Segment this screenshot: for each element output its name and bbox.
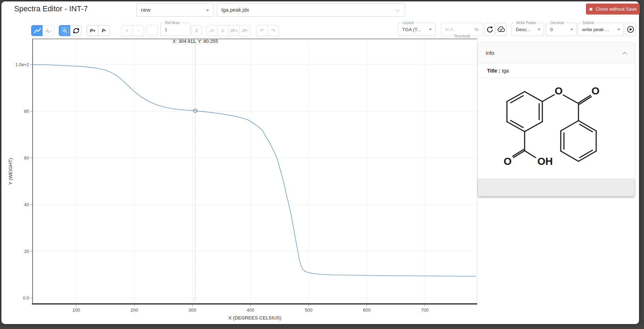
y-tick-label: 80 [24, 109, 29, 114]
molecule-structure: O O O OH [495, 79, 608, 167]
sample-title-value: tga [502, 68, 509, 74]
y-tick-label: 40 [24, 202, 29, 207]
layout-label: Layout [401, 21, 415, 25]
tga-chart[interactable]: 1002003004005006007000.0204060801.0e+2X … [1, 34, 478, 323]
write-peaks-select[interactable]: Write Peaks Desc... [512, 23, 544, 36]
threshold-input[interactable] [441, 27, 465, 33]
page-title: Spectra Editor - INT-7 [14, 5, 88, 13]
chevron-down-icon [570, 29, 573, 30]
y-tick-label: 60 [24, 156, 29, 161]
x-tick-label: 300 [188, 307, 196, 313]
submit-run-button[interactable] [625, 23, 636, 36]
tga-curve [33, 65, 476, 276]
decimal-value: 0 [546, 27, 568, 32]
refresh-icon [486, 26, 493, 33]
y-tick-label: 0.0 [23, 296, 29, 301]
submit-value: write peak ... [578, 27, 615, 32]
cloud-save-button[interactable] [496, 23, 507, 36]
layout-value: TGA (T... [398, 27, 427, 32]
atom-label-O-acid: O [504, 156, 512, 167]
close-without-save-button[interactable]: ✖ Close without Save [586, 4, 640, 15]
submit-label: Submit [581, 21, 595, 25]
write-peaks-value: Desc... [512, 27, 536, 32]
chevron-down-icon [538, 29, 541, 30]
sample-title-row: Title : tga [478, 63, 635, 78]
x-tick-label: 400 [247, 307, 254, 313]
close-button-label: Close without Save [596, 6, 637, 12]
x-tick-label: 200 [130, 307, 138, 313]
info-panel-header[interactable]: Info [478, 43, 635, 63]
molecule-area: O O O OH [478, 78, 635, 179]
x-tick-label: 500 [305, 307, 312, 313]
refresh-button[interactable] [484, 23, 495, 36]
line-chart-icon [33, 27, 41, 35]
reset-cycle-icon [72, 27, 80, 35]
atom-label-OH: OH [537, 156, 553, 167]
decimal-select[interactable]: Decimal 0 [546, 23, 577, 36]
file-select[interactable]: tga.peak.jdx [217, 3, 405, 17]
file-select-value: tga.peak.jdx [217, 7, 249, 13]
y-tick-label: 20 [24, 249, 29, 254]
ref-area-label: Ref Area [164, 21, 181, 25]
y-axis-label: Y (WEIGHT) [8, 158, 13, 185]
percent-suffix: % [474, 27, 479, 32]
sample-title-label: Title : [487, 68, 500, 74]
cloud-check-icon [497, 26, 506, 33]
y-tick-label: 1.0e+2 [15, 62, 29, 67]
close-icon: ✖ [589, 6, 593, 12]
info-panel-title: Info [486, 50, 494, 56]
submit-select[interactable]: Submit write peak ... [578, 23, 624, 36]
info-panel-footer [478, 179, 635, 196]
zoom-in-icon [61, 27, 69, 35]
play-icon [627, 25, 634, 33]
chevron-down-icon [395, 9, 400, 12]
undo-icon: ↶ [260, 28, 264, 33]
chevron-up-icon [622, 52, 627, 54]
spectra-editor-window: Spectra Editor - INT-7 new tga.peak.jdx … [1, 1, 639, 324]
write-peaks-label: Write Peaks [515, 21, 537, 25]
decimal-label: Decimal [549, 21, 565, 25]
atom-label-O-ester: O [555, 85, 563, 97]
dataset-select[interactable]: new [136, 3, 214, 17]
a-check-icon: A [44, 27, 53, 35]
x-tick-label: 600 [363, 307, 371, 313]
atom-label-O-carbonyl: O [592, 85, 600, 97]
svg-text:A: A [45, 28, 49, 34]
x-axis-label: X (DEGREES CELSIUS) [228, 315, 281, 321]
x-tick-label: 700 [421, 307, 429, 313]
ref-area-input[interactable] [161, 27, 185, 33]
cursor-readout: X: 304.911, Y: 80.255 [173, 39, 218, 44]
info-panel: Info Title : tga [478, 42, 635, 197]
chevron-down-icon [617, 29, 620, 30]
chevron-down-icon [429, 29, 432, 30]
chevron-down-icon [206, 10, 209, 11]
dataset-select-value: new [137, 7, 151, 13]
x-tick-label: 100 [72, 307, 80, 313]
redo-icon: ↷ [271, 28, 276, 33]
